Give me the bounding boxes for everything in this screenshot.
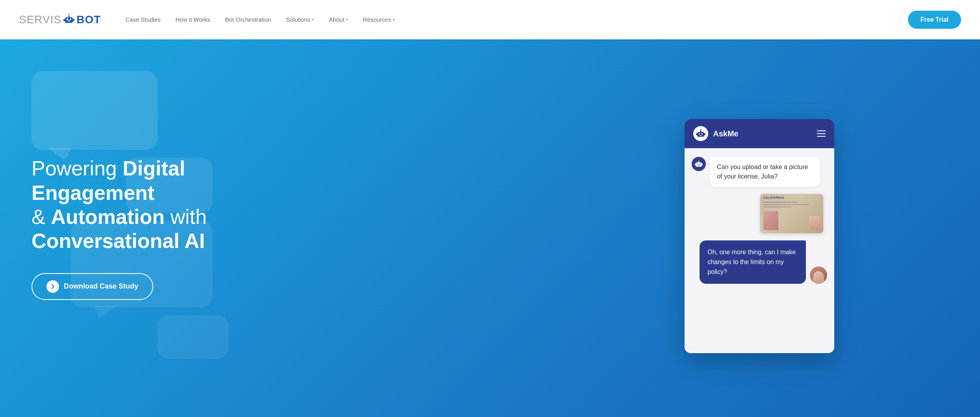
chat-bot-avatar [693,126,708,141]
svg-rect-4 [68,16,70,17]
svg-rect-16 [696,133,697,135]
hero-title-with: with [170,205,206,228]
svg-point-6 [69,14,70,15]
logo-servis-text: SERVIS [19,13,61,26]
svg-rect-1 [67,19,68,20]
chat-header-left: AskMe [693,126,738,141]
license-photo-2 [809,216,820,230]
svg-rect-19 [697,164,698,165]
hero-section: Powering DigitalEngagement & Automation … [0,39,980,417]
svg-rect-25 [702,164,703,165]
svg-rect-17 [704,133,705,135]
svg-rect-8 [73,19,74,21]
bubble-1 [32,71,158,150]
svg-rect-20 [700,164,701,165]
chat-bot-msg-avatar [692,157,706,171]
hero-title: Powering DigitalEngagement & Automation … [32,156,539,253]
chat-message-user-1: Oh, one more thing, can I make changes t… [692,240,827,284]
svg-rect-9 [697,132,704,137]
free-trial-button[interactable]: Free Trial [908,11,961,29]
license-photo-1 [763,211,778,230]
chat-user-avatar [810,266,827,284]
nav-item-how-it-works[interactable]: How it Works [170,13,216,26]
hero-chat-mockup: AskMe [539,103,980,353]
nav-item-about[interactable]: About ▾ [323,13,353,26]
download-arrow-icon [46,280,59,293]
chat-bubble-bot-1: Can you upload or take a picture of your… [710,157,820,187]
svg-rect-2 [70,19,71,20]
svg-rect-12 [700,135,702,136]
chat-header: AskMe [685,119,834,148]
svg-rect-7 [63,19,65,21]
resources-chevron-icon: ▾ [393,17,395,22]
main-nav: Case Studies How it Works Bot Orchestrat… [120,13,908,26]
svg-rect-13 [700,130,702,132]
nav-item-bot-orchestration[interactable]: Bot Orchestration [220,13,277,26]
nav-item-solutions[interactable]: Solutions ▾ [280,13,319,26]
download-case-study-label: Download Case Study [64,282,138,290]
chat-license-image-container [692,194,827,233]
nav-item-case-studies[interactable]: Case Studies [120,13,166,26]
chat-bubble-user-1: Oh, one more thing, can I make changes t… [700,240,806,284]
license-text-lines [763,202,820,209]
chat-body: Can you upload or take a picture of your… [685,148,834,353]
svg-rect-24 [695,164,696,165]
svg-rect-0 [65,17,73,23]
nav-item-resources[interactable]: Resources ▾ [357,13,400,26]
download-case-study-button[interactable]: Download Case Study [32,273,153,300]
svg-rect-21 [698,165,700,166]
hero-content: Powering DigitalEngagement & Automation … [0,156,539,300]
hero-title-and: & [32,205,51,228]
logo[interactable]: SERVIS BOT [19,13,101,26]
svg-point-15 [700,129,701,130]
svg-rect-18 [696,162,702,167]
svg-rect-11 [702,133,703,134]
chat-bot-name: AskMe [713,129,738,138]
svg-rect-22 [698,161,700,162]
bubble-4 [158,315,228,359]
chat-message-bot-1: Can you upload or take a picture of your… [692,157,827,187]
chat-window: AskMe [685,119,834,353]
svg-rect-3 [68,20,70,21]
svg-point-23 [698,160,699,161]
about-chevron-icon: ▾ [346,17,348,22]
chat-menu-icon[interactable] [817,130,826,137]
navbar: SERVIS BOT Case Studies How it Works Bot… [0,0,980,39]
logo-robot-icon [62,13,76,26]
solutions-chevron-icon: ▾ [312,17,314,22]
hero-title-automation: Automation [51,205,165,228]
hero-title-powering: Powering [32,157,122,180]
chat-license-image [760,194,823,233]
hero-title-conversational-ai: Conversational AI [32,229,205,252]
svg-rect-10 [699,133,700,134]
logo-bot-text: BOT [76,13,101,26]
